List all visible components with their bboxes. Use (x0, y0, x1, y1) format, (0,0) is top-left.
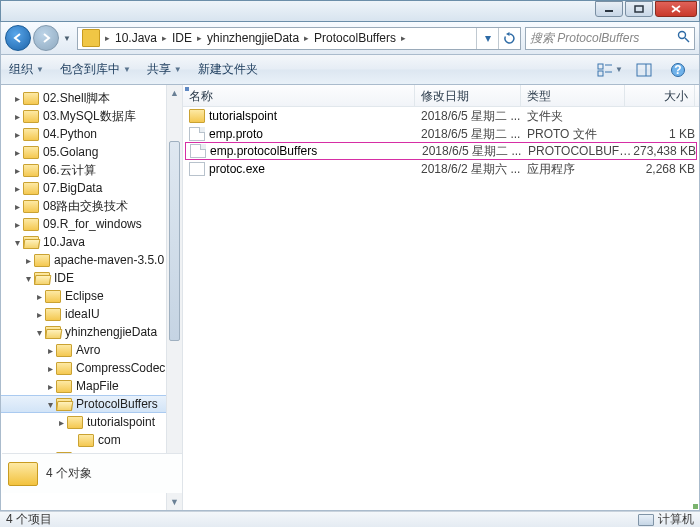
tree-item[interactable]: ▸▸▾IDE (1, 269, 182, 287)
expand-icon[interactable]: ▸ (12, 111, 23, 122)
column-size[interactable]: 大小 (625, 85, 695, 106)
expand-icon[interactable]: ▸ (12, 93, 23, 104)
svg-rect-6 (598, 64, 603, 69)
tree-item[interactable]: ▸▸05.Golang (1, 143, 182, 161)
scroll-down-button[interactable]: ▼ (167, 494, 182, 510)
item-count: 4 个项目 (6, 511, 52, 527)
tree-item-label: MapFile (76, 379, 119, 393)
tree-item[interactable]: ▸▸▸apache-maven-3.5.0 (1, 251, 182, 269)
scrollbar[interactable]: ▲ ▼ (166, 85, 182, 510)
navigation-tree: ▸▸02.Shell脚本▸▸03.MySQL数据库▸▸04.Python▸▸05… (1, 85, 183, 510)
organize-menu[interactable]: 组织▼ (9, 61, 44, 78)
expand-icon[interactable]: ▸ (45, 381, 56, 392)
tree-item[interactable]: ▸▸▸▸Eclipse (1, 287, 182, 305)
folder-icon (34, 272, 50, 285)
forward-button[interactable] (33, 25, 59, 51)
tree-item[interactable]: ▸▸▸▾yhinzhengjieData (1, 323, 182, 341)
svg-rect-8 (598, 71, 603, 76)
pane-icon (636, 63, 652, 77)
folder-icon (23, 182, 39, 195)
column-type[interactable]: 类型 (521, 85, 625, 106)
expand-icon[interactable]: ▸ (23, 255, 34, 266)
folder-icon (8, 462, 38, 486)
tree-item[interactable]: ▸▸▸▸▸▸tutorialspoint (1, 413, 182, 431)
share-menu[interactable]: 共享▼ (147, 61, 182, 78)
expand-icon[interactable]: ▸ (12, 165, 23, 176)
tree-item[interactable]: ▸▾10.Java (1, 233, 182, 251)
expand-icon[interactable]: ▸ (12, 129, 23, 140)
help-icon: ? (670, 62, 686, 78)
tree-item[interactable]: ▸▸▸▸▾ProtocolBuffers (1, 395, 182, 413)
tree-item[interactable]: ▸▸03.MySQL数据库 (1, 107, 182, 125)
folder-icon (45, 290, 61, 303)
tree-item[interactable]: ▸▸08路由交换技术 (1, 197, 182, 215)
exe-icon (189, 162, 205, 176)
minimize-button[interactable] (595, 1, 623, 17)
tree-item[interactable]: ▸▸▸▸▸▸com (1, 431, 182, 449)
back-button[interactable] (5, 25, 31, 51)
command-bar: 组织▼ 包含到库中▼ 共享▼ 新建文件夹 ▼ ? (0, 55, 700, 85)
breadcrumb-item[interactable]: yhinzhengjieData (203, 31, 303, 45)
scroll-up-button[interactable]: ▲ (167, 85, 182, 101)
tree-item[interactable]: ▸▸▸▸▸CompressCodec (1, 359, 182, 377)
expand-icon[interactable]: ▸ (12, 147, 23, 158)
file-icon (189, 127, 205, 141)
maximize-button[interactable] (625, 1, 653, 17)
expand-icon[interactable]: ▸ (12, 201, 23, 212)
breadcrumb-item[interactable]: ProtocolBuffers (310, 31, 400, 45)
file-row[interactable]: emp.protocolBuffers2018/6/5 星期二 ...PROTO… (185, 142, 697, 160)
preview-pane-button[interactable] (631, 59, 657, 81)
expand-icon[interactable]: ▸ (34, 309, 45, 320)
tree-item-label: Avro (76, 343, 100, 357)
expand-icon[interactable]: ▸ (45, 345, 56, 356)
tree-item-label: Eclipse (65, 289, 104, 303)
collapse-icon[interactable]: ▾ (45, 399, 56, 410)
collapse-icon[interactable]: ▾ (34, 327, 45, 338)
expand-icon[interactable]: ▸ (45, 363, 56, 374)
tree-item[interactable]: ▸▸▸▸▸Avro (1, 341, 182, 359)
folder-icon (82, 29, 100, 47)
expand-icon[interactable]: ▸ (56, 417, 67, 428)
nav-history-dropdown[interactable]: ▼ (61, 25, 73, 51)
file-date: 2018/6/2 星期六 ... (421, 161, 527, 178)
file-row[interactable]: emp.proto2018/6/5 星期二 ...PROTO 文件1 KB (183, 125, 699, 143)
folder-icon (189, 109, 205, 123)
breadcrumb-item[interactable]: 10.Java (111, 31, 161, 45)
folder-icon (56, 398, 72, 411)
tree-item[interactable]: ▸▸▸▸▸MapFile (1, 377, 182, 395)
tree-item-label: 05.Golang (43, 145, 98, 159)
file-row[interactable]: protoc.exe2018/6/2 星期六 ...应用程序2,268 KB (183, 160, 699, 178)
help-button[interactable]: ? (665, 59, 691, 81)
breadcrumb-item[interactable]: IDE (168, 31, 196, 45)
tree-item[interactable]: ▸▸06.云计算 (1, 161, 182, 179)
tree-item[interactable]: ▸▸04.Python (1, 125, 182, 143)
expand-icon[interactable]: ▸ (12, 183, 23, 194)
collapse-icon[interactable]: ▾ (12, 237, 23, 248)
tree-item[interactable]: ▸▸07.BigData (1, 179, 182, 197)
breadcrumb-dropdown[interactable]: ▾ (476, 28, 498, 49)
expand-icon[interactable]: ▸ (34, 291, 45, 302)
include-in-library-menu[interactable]: 包含到库中▼ (60, 61, 131, 78)
column-name[interactable]: 名称 (183, 85, 415, 106)
tree-item[interactable]: ▸▸02.Shell脚本 (1, 89, 182, 107)
search-input[interactable]: 搜索 ProtocolBuffers (525, 27, 695, 50)
folder-icon (56, 344, 72, 357)
refresh-button[interactable] (498, 28, 520, 49)
file-size: 2,268 KB (631, 162, 695, 176)
folder-icon (23, 146, 39, 159)
tree-item[interactable]: ▸▸09.R_for_windows (1, 215, 182, 233)
collapse-icon[interactable]: ▾ (23, 273, 34, 284)
scroll-thumb[interactable] (169, 141, 180, 341)
expand-icon[interactable]: ▸ (12, 219, 23, 230)
close-button[interactable] (655, 1, 697, 17)
search-placeholder: 搜索 ProtocolBuffers (530, 30, 639, 47)
file-date: 2018/6/5 星期二 ... (421, 108, 527, 125)
file-row[interactable]: tutorialspoint2018/6/5 星期二 ...文件夹 (183, 107, 699, 125)
view-options-button[interactable]: ▼ (597, 59, 623, 81)
column-date[interactable]: 修改日期 (415, 85, 521, 106)
new-folder-button[interactable]: 新建文件夹 (198, 61, 258, 78)
file-type: 应用程序 (527, 161, 631, 178)
breadcrumb[interactable]: ▸ 10.Java▸ IDE▸ yhinzhengjieData▸ Protoc… (77, 27, 521, 50)
svg-point-4 (679, 32, 686, 39)
tree-item[interactable]: ▸▸▸▸ideaIU (1, 305, 182, 323)
